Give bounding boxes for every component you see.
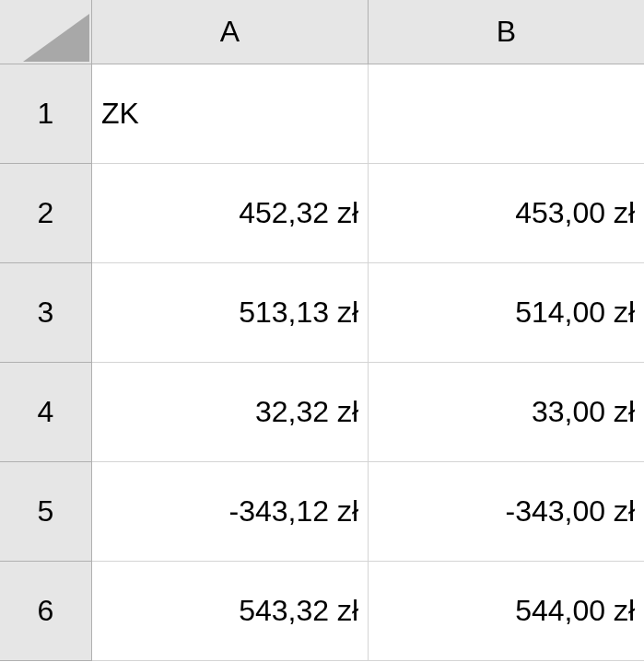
cell-A1[interactable]: ZK [92, 64, 369, 164]
row-header-6[interactable]: 6 [0, 562, 92, 661]
cell-A4[interactable]: 32,32 zł [92, 363, 369, 462]
cell-A5[interactable]: -343,12 zł [92, 462, 369, 562]
cell-A3[interactable]: 513,13 zł [92, 263, 369, 363]
spreadsheet-grid: A B 1 ZK 2 452,32 zł 453,00 zł 3 513,13 … [0, 0, 644, 661]
cell-B3[interactable]: 514,00 zł [369, 263, 644, 363]
column-header-B[interactable]: B [369, 0, 644, 64]
corner-triangle-icon [23, 14, 89, 62]
row-header-1[interactable]: 1 [0, 64, 92, 164]
column-header-A[interactable]: A [92, 0, 369, 64]
cell-A6[interactable]: 543,32 zł [92, 562, 369, 661]
row-header-4[interactable]: 4 [0, 363, 92, 462]
cell-B5[interactable]: -343,00 zł [369, 462, 644, 562]
cell-A2[interactable]: 452,32 zł [92, 164, 369, 263]
cell-B4[interactable]: 33,00 zł [369, 363, 644, 462]
row-header-5[interactable]: 5 [0, 462, 92, 562]
select-all-corner[interactable] [0, 0, 92, 64]
cell-B6[interactable]: 544,00 zł [369, 562, 644, 661]
cell-B1[interactable] [369, 64, 644, 164]
row-header-3[interactable]: 3 [0, 263, 92, 363]
row-header-2[interactable]: 2 [0, 164, 92, 263]
cell-B2[interactable]: 453,00 zł [369, 164, 644, 263]
